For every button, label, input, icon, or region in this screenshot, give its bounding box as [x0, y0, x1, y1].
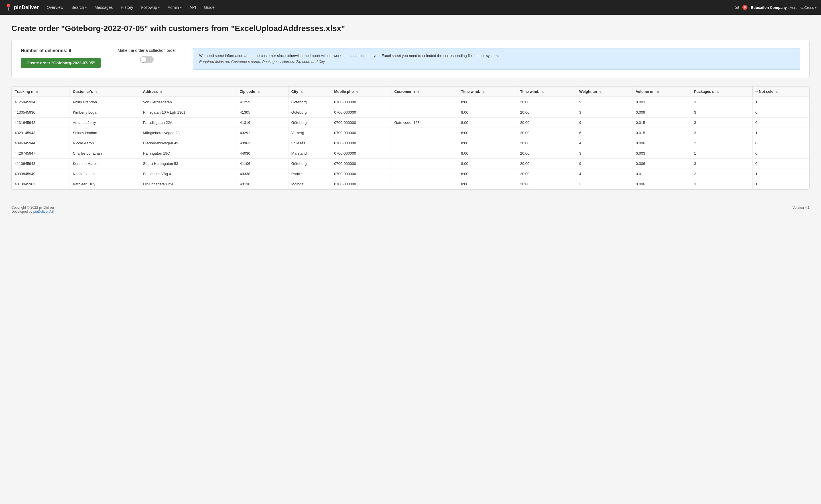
info-message-text: We need some information about the custo… [199, 54, 499, 58]
cell-1: Amanda Jerry [70, 117, 140, 128]
cell-9: 9 [576, 97, 633, 107]
table-row: 4333845949Noah JosephBenjamins Väg 44333… [12, 169, 809, 179]
col-mobile[interactable]: Mobile pho ⇅ [331, 86, 391, 97]
cell-10: 0.009 [633, 107, 691, 117]
cell-2: Benjamins Väg 4 [140, 169, 237, 179]
deliveries-count: Number of deliveries: 9 [21, 48, 101, 53]
table-row: 4396345944Nicole AaronBlackedahlsvägen 4… [12, 138, 809, 148]
notification-icon[interactable]: ✉ [735, 4, 739, 11]
col-not-sel[interactable]: -- Not sele ⇅ [752, 86, 809, 97]
cell-4: Marstand [288, 148, 331, 158]
cell-3: 43291 [237, 128, 288, 138]
nav-messages[interactable]: Messages [91, 3, 116, 11]
cell-12: 1 [752, 169, 809, 179]
cell-2: Von Gerdesgatan 1 [140, 97, 237, 107]
cell-1: Nicole Aaron [70, 138, 140, 148]
navbar: 📍 pinDeliver Overview Search ▾ Messages … [0, 0, 821, 15]
cell-9: 9 [576, 117, 633, 128]
chevron-down-icon: ▾ [85, 6, 87, 9]
nav-overview[interactable]: Overview [43, 3, 67, 11]
cell-10: 0.015 [633, 128, 691, 138]
user-chevron-icon: ▾ [815, 6, 816, 9]
sort-icon: ⇅ [36, 90, 38, 93]
cell-0: 4131645942 [12, 117, 70, 128]
cell-3: 41259 [237, 97, 288, 107]
cell-9: 3 [576, 107, 633, 117]
cell-10: 0.006 [633, 158, 691, 169]
col-zipcode[interactable]: Zip code ⇅ [237, 86, 288, 97]
cell-8: 20:00 [517, 138, 576, 148]
nav-search[interactable]: Search ▾ [68, 3, 90, 11]
cell-2: Prinsgatan 10 A Lgh 1301 [140, 107, 237, 117]
cell-4: Partille [288, 169, 331, 179]
col-customer-n[interactable]: Customer n ⇅ [391, 86, 458, 97]
col-time-end[interactable]: Time wind. ⇅ [517, 86, 576, 97]
cell-4: Göteborg [288, 117, 331, 128]
col-packages[interactable]: Packages s ⇅ [691, 86, 752, 97]
cell-0: 4313045962 [12, 179, 70, 189]
collection-order-toggle[interactable] [140, 56, 154, 63]
cell-7: 8:00 [458, 158, 517, 169]
required-fields-text: Required fields are Customer's name, Pac… [199, 60, 326, 64]
cell-10: 0.006 [633, 179, 691, 189]
cell-12: 1 [752, 179, 809, 189]
cell-3: 41316 [237, 117, 288, 128]
cell-0: 4125945934 [12, 97, 70, 107]
cell-7: 8:00 [458, 107, 517, 117]
nav-api[interactable]: API [186, 3, 199, 11]
cell-4: Frillesås [288, 138, 331, 148]
cell-5: 0700-000000 [331, 117, 391, 128]
sort-icon: ⇅ [716, 90, 719, 93]
cell-0: 4329145943 [12, 128, 70, 138]
cell-5: 0700-000000 [331, 97, 391, 107]
col-volume[interactable]: Volume un ⇅ [633, 86, 691, 97]
cell-4: Göteborg [288, 158, 331, 169]
sort-icon: ⇅ [599, 90, 601, 93]
cell-10: 0.003 [633, 148, 691, 158]
col-city[interactable]: City ⇅ [288, 86, 331, 97]
cell-6 [391, 158, 458, 169]
cell-7: 8:00 [458, 128, 517, 138]
cell-9: 3 [576, 179, 633, 189]
table-row: 4131645942Amanda JerryParadisgatan 22A41… [12, 117, 809, 128]
cell-6: Gate code: 1234 [391, 117, 458, 128]
orders-table-wrapper: Tracking n ⇅ Customer's ⇅ Address ⇅ Zip … [11, 86, 810, 190]
cell-9: 9 [576, 158, 633, 169]
info-middle: Make the order a collection order [118, 48, 176, 63]
create-order-button[interactable]: Create order "Göteborg-2022-07-05" [21, 58, 101, 68]
nav-followup[interactable]: Followup ▾ [138, 3, 163, 11]
cell-8: 20:00 [517, 97, 576, 107]
col-customer[interactable]: Customer's ⇅ [70, 86, 140, 97]
cell-3: 41305 [237, 107, 288, 117]
cell-7: 8:00 [458, 97, 517, 107]
col-weight[interactable]: Weight un ⇅ [576, 86, 633, 97]
cell-9: 4 [576, 169, 633, 179]
nav-guide[interactable]: Guide [200, 3, 218, 11]
cell-11: 2 [691, 169, 752, 179]
logo-text: pinDeliver [14, 5, 39, 11]
orders-table: Tracking n ⇅ Customer's ⇅ Address ⇅ Zip … [12, 86, 809, 189]
cell-5: 0700-000000 [331, 148, 391, 158]
cell-12: 0 [752, 138, 809, 148]
cell-5: 0700-000000 [331, 107, 391, 117]
cell-12: 0 [752, 158, 809, 169]
cell-10: 0.015 [633, 117, 691, 128]
col-time-start[interactable]: Time wind. ⇅ [458, 86, 517, 97]
logo[interactable]: 📍 pinDeliver [5, 4, 39, 11]
nav-history[interactable]: History [117, 3, 137, 11]
cell-5: 0700-000000 [331, 179, 391, 189]
toggle-knob [140, 57, 146, 62]
cell-8: 20:00 [517, 179, 576, 189]
cell-9: 3 [576, 148, 633, 158]
col-address[interactable]: Address ⇅ [140, 86, 237, 97]
col-tracking[interactable]: Tracking n ⇅ [12, 86, 70, 97]
nav-admin[interactable]: Admin ▾ [164, 3, 185, 11]
cell-1: Shirley Nathan [70, 128, 140, 138]
cell-1: Kenneth Harold [70, 158, 140, 169]
footer: Version 4.1 Copyright © 2022 pinDeliver … [0, 199, 821, 220]
cell-9: 6 [576, 128, 633, 138]
pindeliver-link[interactable]: pinDeliver AB [33, 210, 54, 214]
page-title: Create order "Göteborg-2022-07-05" with … [11, 24, 810, 33]
cell-7: 8:00 [458, 148, 517, 158]
cell-3: 41106 [237, 158, 288, 169]
